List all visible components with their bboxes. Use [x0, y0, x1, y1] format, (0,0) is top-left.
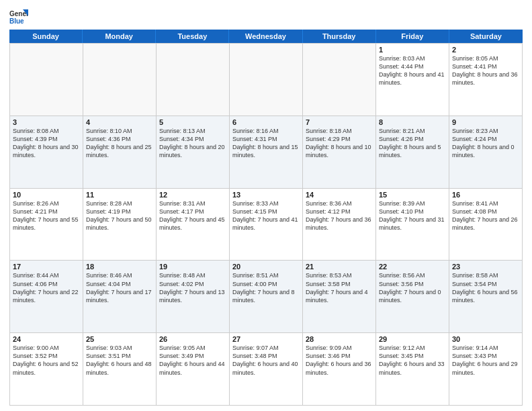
- day-number: 20: [232, 263, 300, 271]
- calendar-cell: 12Sunrise: 8:31 AM Sunset: 4:17 PM Dayli…: [157, 189, 230, 261]
- calendar-cell: 22Sunrise: 8:56 AM Sunset: 3:56 PM Dayli…: [376, 261, 449, 332]
- cell-info: Sunrise: 8:26 AM Sunset: 4:21 PM Dayligh…: [13, 199, 80, 232]
- calendar-cell: 1Sunrise: 8:03 AM Sunset: 4:44 PM Daylig…: [376, 44, 449, 116]
- day-number: 25: [86, 335, 153, 343]
- cell-info: Sunrise: 8:56 AM Sunset: 3:56 PM Dayligh…: [379, 271, 446, 304]
- calendar-cell: 29Sunrise: 9:12 AM Sunset: 3:45 PM Dayli…: [376, 333, 449, 405]
- calendar-cell: 5Sunrise: 8:13 AM Sunset: 4:34 PM Daylig…: [157, 116, 230, 188]
- day-number: 22: [379, 263, 446, 271]
- cell-info: Sunrise: 8:44 AM Sunset: 4:06 PM Dayligh…: [13, 271, 80, 304]
- calendar-header-row: SundayMondayTuesdayWednesdayThursdayFrid…: [9, 30, 523, 43]
- calendar-week: 3Sunrise: 8:08 AM Sunset: 4:39 PM Daylig…: [10, 116, 523, 189]
- day-number: 2: [452, 46, 519, 54]
- cell-info: Sunrise: 8:51 AM Sunset: 4:00 PM Dayligh…: [232, 271, 300, 304]
- day-number: 21: [306, 263, 373, 271]
- weekday-header: Thursday: [303, 30, 376, 43]
- calendar-cell: 26Sunrise: 9:05 AM Sunset: 3:49 PM Dayli…: [157, 333, 230, 405]
- cell-info: Sunrise: 8:16 AM Sunset: 4:31 PM Dayligh…: [232, 127, 300, 160]
- weekday-header: Saturday: [449, 30, 523, 43]
- cell-info: Sunrise: 9:14 AM Sunset: 3:43 PM Dayligh…: [452, 344, 519, 377]
- calendar-cell: 10Sunrise: 8:26 AM Sunset: 4:21 PM Dayli…: [10, 189, 83, 261]
- svg-text:Blue: Blue: [9, 17, 24, 25]
- calendar-cell: [303, 44, 376, 116]
- calendar-cell: 7Sunrise: 8:18 AM Sunset: 4:29 PM Daylig…: [303, 116, 376, 188]
- day-number: 15: [379, 191, 446, 199]
- calendar-body: 1Sunrise: 8:03 AM Sunset: 4:44 PM Daylig…: [9, 43, 523, 406]
- calendar-cell: [83, 44, 157, 116]
- calendar-cell: 28Sunrise: 9:09 AM Sunset: 3:46 PM Dayli…: [303, 333, 376, 405]
- calendar-cell: 15Sunrise: 8:39 AM Sunset: 4:10 PM Dayli…: [376, 189, 449, 261]
- day-number: 17: [13, 263, 80, 271]
- cell-info: Sunrise: 8:31 AM Sunset: 4:17 PM Dayligh…: [159, 199, 226, 232]
- day-number: 16: [452, 191, 519, 199]
- header: General Blue: [9, 7, 523, 26]
- cell-info: Sunrise: 9:09 AM Sunset: 3:46 PM Dayligh…: [306, 344, 373, 377]
- day-number: 27: [232, 335, 300, 343]
- calendar-cell: 19Sunrise: 8:48 AM Sunset: 4:02 PM Dayli…: [157, 261, 230, 332]
- calendar-cell: 13Sunrise: 8:33 AM Sunset: 4:15 PM Dayli…: [230, 189, 303, 261]
- calendar-week: 10Sunrise: 8:26 AM Sunset: 4:21 PM Dayli…: [10, 189, 523, 261]
- calendar-cell: 4Sunrise: 8:10 AM Sunset: 4:36 PM Daylig…: [83, 116, 157, 188]
- weekday-header: Tuesday: [156, 30, 229, 43]
- page: General Blue SundayMondayTuesdayWednesda…: [0, 0, 532, 411]
- calendar-week: 1Sunrise: 8:03 AM Sunset: 4:44 PM Daylig…: [10, 44, 523, 116]
- calendar-week: 17Sunrise: 8:44 AM Sunset: 4:06 PM Dayli…: [10, 261, 523, 333]
- cell-info: Sunrise: 8:13 AM Sunset: 4:34 PM Dayligh…: [159, 127, 226, 160]
- cell-info: Sunrise: 8:33 AM Sunset: 4:15 PM Dayligh…: [232, 199, 300, 232]
- cell-info: Sunrise: 8:08 AM Sunset: 4:39 PM Dayligh…: [13, 127, 80, 160]
- cell-info: Sunrise: 8:23 AM Sunset: 4:24 PM Dayligh…: [452, 127, 519, 160]
- cell-info: Sunrise: 8:48 AM Sunset: 4:02 PM Dayligh…: [159, 271, 226, 304]
- logo: General Blue: [9, 7, 28, 26]
- weekday-header: Wednesday: [229, 30, 302, 43]
- day-number: 3: [13, 118, 80, 126]
- day-number: 30: [452, 335, 519, 343]
- calendar-week: 24Sunrise: 9:00 AM Sunset: 3:52 PM Dayli…: [10, 333, 523, 406]
- cell-info: Sunrise: 8:05 AM Sunset: 4:41 PM Dayligh…: [452, 54, 519, 87]
- weekday-header: Monday: [83, 30, 156, 43]
- calendar-cell: 11Sunrise: 8:28 AM Sunset: 4:19 PM Dayli…: [83, 189, 157, 261]
- cell-info: Sunrise: 8:36 AM Sunset: 4:12 PM Dayligh…: [306, 199, 373, 232]
- cell-info: Sunrise: 9:05 AM Sunset: 3:49 PM Dayligh…: [159, 344, 226, 377]
- calendar-cell: 24Sunrise: 9:00 AM Sunset: 3:52 PM Dayli…: [10, 333, 83, 405]
- cell-info: Sunrise: 8:03 AM Sunset: 4:44 PM Dayligh…: [379, 54, 446, 87]
- day-number: 14: [306, 191, 373, 199]
- cell-info: Sunrise: 9:07 AM Sunset: 3:48 PM Dayligh…: [232, 344, 300, 377]
- cell-info: Sunrise: 8:21 AM Sunset: 4:26 PM Dayligh…: [379, 127, 446, 160]
- calendar-cell: [10, 44, 83, 116]
- cell-info: Sunrise: 8:53 AM Sunset: 3:58 PM Dayligh…: [306, 271, 373, 304]
- cell-info: Sunrise: 8:46 AM Sunset: 4:04 PM Dayligh…: [86, 271, 153, 304]
- calendar-cell: 18Sunrise: 8:46 AM Sunset: 4:04 PM Dayli…: [83, 261, 157, 332]
- day-number: 26: [159, 335, 226, 343]
- cell-info: Sunrise: 8:58 AM Sunset: 3:54 PM Dayligh…: [452, 271, 519, 304]
- cell-info: Sunrise: 8:28 AM Sunset: 4:19 PM Dayligh…: [86, 199, 153, 232]
- day-number: 8: [379, 118, 446, 126]
- cell-info: Sunrise: 8:41 AM Sunset: 4:08 PM Dayligh…: [452, 199, 519, 232]
- day-number: 10: [13, 191, 80, 199]
- day-number: 4: [86, 118, 153, 126]
- cell-info: Sunrise: 9:00 AM Sunset: 3:52 PM Dayligh…: [13, 344, 80, 377]
- calendar-cell: 30Sunrise: 9:14 AM Sunset: 3:43 PM Dayli…: [449, 333, 523, 405]
- calendar-cell: 23Sunrise: 8:58 AM Sunset: 3:54 PM Dayli…: [449, 261, 523, 332]
- day-number: 6: [232, 118, 300, 126]
- day-number: 5: [159, 118, 226, 126]
- cell-info: Sunrise: 8:10 AM Sunset: 4:36 PM Dayligh…: [86, 127, 153, 160]
- calendar-cell: [230, 44, 303, 116]
- day-number: 23: [452, 263, 519, 271]
- calendar-cell: 27Sunrise: 9:07 AM Sunset: 3:48 PM Dayli…: [230, 333, 303, 405]
- day-number: 11: [86, 191, 153, 199]
- day-number: 12: [159, 191, 226, 199]
- day-number: 9: [452, 118, 519, 126]
- calendar-cell: 8Sunrise: 8:21 AM Sunset: 4:26 PM Daylig…: [376, 116, 449, 188]
- logo-icon: General Blue: [9, 7, 28, 26]
- calendar-cell: 25Sunrise: 9:03 AM Sunset: 3:51 PM Dayli…: [83, 333, 157, 405]
- calendar-cell: 17Sunrise: 8:44 AM Sunset: 4:06 PM Dayli…: [10, 261, 83, 332]
- calendar-cell: 3Sunrise: 8:08 AM Sunset: 4:39 PM Daylig…: [10, 116, 83, 188]
- day-number: 1: [379, 46, 446, 54]
- calendar: SundayMondayTuesdayWednesdayThursdayFrid…: [9, 30, 523, 406]
- day-number: 28: [306, 335, 373, 343]
- cell-info: Sunrise: 9:12 AM Sunset: 3:45 PM Dayligh…: [379, 344, 446, 377]
- calendar-cell: 16Sunrise: 8:41 AM Sunset: 4:08 PM Dayli…: [449, 189, 523, 261]
- day-number: 13: [232, 191, 300, 199]
- cell-info: Sunrise: 8:39 AM Sunset: 4:10 PM Dayligh…: [379, 199, 446, 232]
- day-number: 7: [306, 118, 373, 126]
